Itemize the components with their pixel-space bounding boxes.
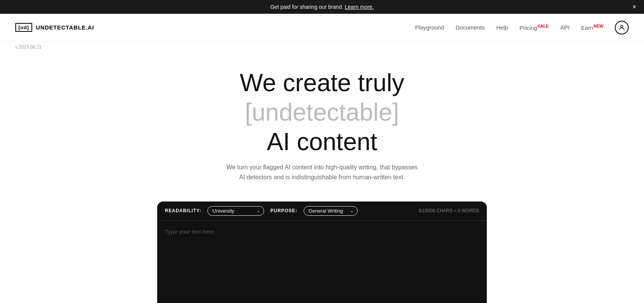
nav-help[interactable]: Help xyxy=(496,24,508,31)
hero-line2: [undetectable] xyxy=(8,98,636,127)
logo-bracket: [ud] xyxy=(15,23,32,32)
char-count: 0/15000 CHARS ≈ 0 WORDS xyxy=(419,208,479,213)
hero-subtitle: We turn your flagged AI content into hig… xyxy=(8,162,636,182)
hero-line3: AI content xyxy=(8,127,636,157)
readability-select-wrapper: Elementary School Middle School High Sch… xyxy=(207,206,264,216)
readability-label: READABILITY: xyxy=(165,208,201,213)
hero-line1: We create truly xyxy=(8,68,636,98)
hero-section: We create truly [undetectable] AI conten… xyxy=(0,53,644,194)
version-label: v.2023.08.21 xyxy=(0,41,644,53)
text-input[interactable] xyxy=(157,221,487,303)
nav-playground[interactable]: Playground xyxy=(415,24,444,31)
announcement-banner: Get paid for sharing our brand. Learn mo… xyxy=(0,0,644,14)
purpose-select-wrapper: General Writing Essay Article Marketing … xyxy=(304,206,358,216)
site-logo[interactable]: [ud] UNDETECTABLE.AI xyxy=(15,23,94,32)
pricing-sale-badge: SALE xyxy=(537,24,549,28)
readability-select[interactable]: Elementary School Middle School High Sch… xyxy=(207,206,264,216)
hero-title: We create truly [undetectable] AI conten… xyxy=(8,68,636,156)
earn-new-badge: NEW xyxy=(593,24,603,28)
hero-subtitle-line2: AI detectors and is indistinguishable fr… xyxy=(8,172,636,182)
user-account-button[interactable] xyxy=(615,21,629,34)
main-nav: Playground Documents Help PricingSALE AP… xyxy=(415,21,629,34)
banner-text: Get paid for sharing our brand. xyxy=(270,4,343,10)
toolbar-left: READABILITY: Elementary School Middle Sc… xyxy=(165,206,358,216)
tool-container: READABILITY: Elementary School Middle Sc… xyxy=(157,201,487,303)
nav-documents[interactable]: Documents xyxy=(456,24,485,31)
tool-toolbar: READABILITY: Elementary School Middle Sc… xyxy=(157,201,487,221)
nav-pricing[interactable]: PricingSALE xyxy=(519,24,549,31)
nav-earn[interactable]: EarnNEW xyxy=(581,24,603,31)
logo-name: UNDETECTABLE.AI xyxy=(36,24,94,31)
purpose-select[interactable]: General Writing Essay Article Marketing … xyxy=(304,206,358,216)
hero-subtitle-line1: We turn your flagged AI content into hig… xyxy=(8,162,636,172)
banner-link[interactable]: Learn more. xyxy=(345,4,374,10)
site-header: [ud] UNDETECTABLE.AI Playground Document… xyxy=(0,14,644,41)
nav-api[interactable]: API xyxy=(560,24,569,31)
close-banner-button[interactable]: × xyxy=(632,3,636,10)
svg-point-0 xyxy=(621,25,623,28)
purpose-label: PURPOSE: xyxy=(270,208,297,213)
